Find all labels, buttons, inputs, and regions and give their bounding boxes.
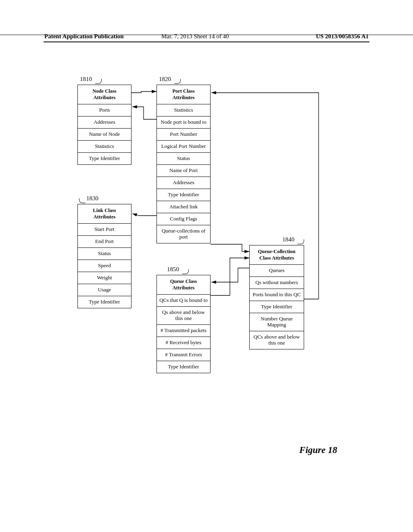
queue-row: # Received bytes	[157, 337, 210, 349]
link-row: Weight	[78, 272, 131, 284]
figure-caption: Figure 18	[299, 445, 337, 455]
ref-hook-1820	[174, 79, 181, 84]
link-row: Speed	[78, 260, 131, 272]
ref-1830: 1830	[86, 195, 98, 202]
link-class-box: Link ClassAttributes Start Port End Port…	[77, 204, 131, 308]
port-row: Attached link	[157, 201, 210, 213]
qc-row: Qs without numbers	[250, 277, 304, 289]
qc-row: Number Queue Mapping	[250, 313, 304, 331]
node-class-box: Node ClassAttributes Ports Addresses Nam…	[77, 85, 131, 165]
qc-row: Ports bound to this QC	[250, 289, 304, 301]
node-row: Statistics	[78, 141, 131, 153]
port-row: Addresses	[157, 177, 210, 189]
header-left: Patent Application Publication	[44, 33, 124, 40]
port-row: Statistics	[157, 104, 210, 116]
port-row: Name of Port	[157, 165, 210, 177]
link-class-title: Link ClassAttributes	[78, 204, 131, 224]
qc-class-title: Queue-CollectionClass Attributes	[250, 245, 304, 265]
port-row: Port Number	[157, 129, 210, 141]
qc-row: QCs above and below this one	[250, 331, 304, 349]
node-row: Addresses	[78, 116, 131, 129]
link-row: Type Identifier	[78, 296, 131, 308]
port-row: Type Identifier	[157, 189, 210, 201]
ref-1850: 1850	[167, 266, 179, 273]
header-rule	[44, 42, 369, 42]
qc-row: Type Identifier	[250, 301, 304, 313]
queue-class-title: Queue ClassAttributes	[157, 275, 210, 295]
link-row: Start Port	[78, 224, 131, 236]
qc-class-box: Queue-CollectionClass Attributes Queues …	[249, 245, 304, 349]
queue-row: # Transmitted packets	[157, 325, 210, 337]
port-row: Logical Port Number	[157, 141, 210, 153]
diagram-canvas: 1810 Node ClassAttributes Ports Addresse…	[0, 69, 413, 451]
ref-hook-1810	[95, 79, 102, 84]
queue-class-box: Queue ClassAttributes QCs that Q is boun…	[156, 275, 211, 373]
qc-row: Queues	[250, 265, 304, 277]
ref-1810: 1810	[80, 76, 92, 83]
ref-hook-1840	[298, 239, 304, 244]
link-row: Usage	[78, 284, 131, 296]
ref-hook-1850	[182, 269, 189, 274]
node-row: Name of Node	[78, 129, 131, 141]
page-header: Patent Application Publication Mar. 7, 2…	[0, 33, 413, 35]
port-class-box: Port ClassAttributes Statistics Node por…	[156, 85, 211, 243]
node-row: Ports	[78, 104, 131, 116]
port-class-title: Port ClassAttributes	[157, 85, 210, 104]
queue-row: # Transmit Errors	[157, 349, 210, 361]
ref-hook-1830	[79, 198, 86, 203]
node-row: Type Identifier	[78, 153, 131, 164]
link-row: End Port	[78, 236, 131, 248]
header-center: Mar. 7, 2013 Sheet 14 of 40	[161, 33, 229, 40]
port-row: Status	[157, 153, 210, 165]
port-row: Config Flags	[157, 213, 210, 225]
ref-1840: 1840	[282, 236, 294, 243]
port-row: Node port is bound to	[157, 116, 210, 129]
node-class-title: Node ClassAttributes	[78, 85, 131, 104]
queue-row: Type Identifier	[157, 361, 210, 373]
ref-1820: 1820	[159, 76, 171, 83]
header-right: US 2013/0058356 A1	[316, 33, 369, 40]
link-row: Status	[78, 248, 131, 260]
port-row: Queue-collections of port	[157, 225, 210, 243]
queue-row: Qs above and below this one	[157, 307, 210, 325]
queue-row: QCs that Q is bound to	[157, 295, 210, 307]
